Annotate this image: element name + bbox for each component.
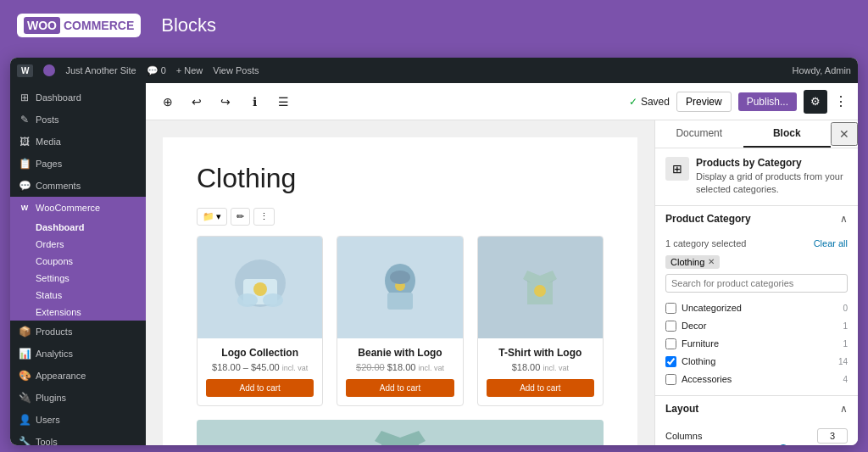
product-card-3: T-Shirt with Logo $18.00 incl. vat Add t…	[477, 236, 604, 406]
settings-button[interactable]: ⚙	[804, 90, 827, 114]
product-price-2: $20.00 $18.00 incl. vat	[346, 362, 453, 372]
app-header: WOO COMMERCE Blocks	[0, 0, 868, 51]
block-edit-button[interactable]: ✏	[231, 208, 250, 226]
category-item-decor: Decor 1	[665, 317, 848, 335]
close-icon: ✕	[839, 127, 849, 141]
sidebar-item-woo-settings[interactable]: Settings	[27, 270, 146, 287]
sidebar-item-coupons[interactable]: Coupons	[27, 253, 146, 270]
remove-clothing-tag-button[interactable]: ✕	[708, 257, 715, 266]
wp-admin-bar: W Just Another Site 💬 0 + New View Posts…	[10, 58, 858, 83]
columns-slider-thumb[interactable]	[778, 444, 788, 445]
sidebar-label-coupons: Coupons	[36, 256, 73, 266]
redo-button[interactable]: ↪	[214, 90, 237, 114]
product-svg-1	[222, 254, 298, 321]
woocommerce-menu-group: W WooCommerce Dashboard Orders Coupon	[10, 197, 146, 321]
sidebar-item-orders[interactable]: Orders	[27, 236, 146, 253]
check-icon: ✓	[629, 96, 637, 108]
sidebar-item-extensions[interactable]: Extensions	[27, 304, 146, 321]
selected-count-text: 1 category selected	[665, 238, 746, 248]
product-card-1: Logo Collection $18.00 – $45.00 incl. va…	[197, 236, 323, 406]
clothing-checkbox[interactable]	[665, 356, 676, 367]
sidebar-item-status[interactable]: Status	[27, 287, 146, 304]
category-item-clothing: Clothing 14	[665, 353, 848, 371]
saved-label: Saved	[641, 96, 670, 108]
comments-link[interactable]: 💬 0	[147, 65, 166, 76]
accessories-checkbox[interactable]	[665, 374, 676, 385]
saved-status: ✓ Saved	[629, 96, 670, 108]
price-suffix-3: incl. vat	[542, 364, 569, 372]
sidebar-item-comments[interactable]: 💬 Comments	[10, 175, 146, 197]
category-search-input[interactable]	[665, 274, 848, 293]
decor-checkbox[interactable]	[665, 321, 676, 332]
more-options-button[interactable]: ⋮	[834, 93, 848, 109]
sidebar-label-dashboard: Dashboard	[36, 92, 81, 103]
block-more-button[interactable]: ⋮	[253, 208, 275, 226]
product-image-3	[478, 237, 603, 338]
product-category-content: 1 category selected Clear all Clothing ✕	[655, 232, 858, 395]
product-card-2: Beanie with Logo $20.00 $18.00 incl. vat…	[337, 236, 463, 406]
product-category-header[interactable]: Product Category ∧	[655, 206, 858, 232]
close-panel-button[interactable]: ✕	[831, 122, 858, 146]
layout-header[interactable]: Layout ∧	[655, 396, 858, 421]
new-link[interactable]: + New	[176, 65, 203, 75]
browser-frame: W Just Another Site 💬 0 + New View Posts…	[10, 58, 858, 445]
add-to-cart-1[interactable]: Add to cart	[206, 379, 314, 397]
list-view-button[interactable]: ☰	[271, 90, 295, 114]
furniture-label: Furniture	[682, 338, 837, 349]
redo-icon: ↪	[220, 95, 231, 109]
undo-button[interactable]: ↩	[185, 90, 209, 114]
sidebar-item-dashboard[interactable]: ⊞ Dashboard	[10, 86, 146, 109]
sidebar-label-products: Products	[36, 326, 72, 337]
uncategorized-label: Uncategorized	[682, 303, 837, 313]
uncategorized-checkbox[interactable]	[665, 303, 676, 314]
price-sale-2: $18.00	[387, 362, 416, 372]
add-to-cart-3[interactable]: Add to cart	[487, 379, 594, 397]
dashboard-icon: ⊞	[19, 92, 31, 103]
accessories-label: Accessories	[682, 374, 837, 384]
folder-icon: 📁	[203, 211, 214, 222]
sidebar-item-posts[interactable]: ✎ Posts	[10, 109, 146, 131]
sidebar-item-products[interactable]: 📦 Products	[10, 321, 146, 343]
sidebar-item-woocommerce[interactable]: W WooCommerce	[10, 197, 146, 219]
product-svg-3	[502, 254, 578, 321]
block-inserter-button[interactable]: ⊕	[156, 90, 180, 114]
sidebar-menu: ⊞ Dashboard ✎ Posts 🖼 Media 📋 Pages	[10, 83, 146, 445]
sidebar-label-users: Users	[36, 415, 60, 425]
add-to-cart-2[interactable]: Add to cart	[346, 379, 453, 397]
right-panel-tabs: Document Block ✕	[655, 120, 858, 148]
site-name-link[interactable]: Just Another Site	[65, 65, 136, 75]
sidebar-item-plugins[interactable]: 🔌 Plugins	[10, 387, 146, 409]
sidebar-item-users[interactable]: 👤 Users	[10, 409, 146, 431]
commerce-text: COMMERCE	[64, 19, 134, 32]
publish-button[interactable]: Publish...	[738, 92, 797, 111]
clear-all-link[interactable]: Clear all	[814, 238, 848, 248]
sidebar-item-woo-dashboard[interactable]: Dashboard	[27, 219, 146, 236]
clothing-tag: Clothing ✕	[665, 255, 720, 269]
right-panel: Document Block ✕ ⊞ Prod	[654, 120, 858, 445]
editor-layout: ⊞ Dashboard ✎ Posts 🖼 Media 📋 Pages	[10, 83, 858, 445]
sidebar-item-tools[interactable]: 🔧 Tools	[10, 431, 146, 445]
sidebar-item-appearance[interactable]: 🎨 Appearance	[10, 365, 146, 387]
users-icon: 👤	[19, 414, 31, 426]
woocommerce-submenu: Dashboard Orders Coupons Settings	[10, 219, 146, 321]
price-range-1: $18.00 – $45.00	[212, 362, 280, 372]
category-count-row: 1 category selected Clear all	[665, 238, 848, 248]
svg-point-3	[237, 293, 258, 307]
toolbar-left: ⊕ ↩ ↪ ℹ ☰	[156, 90, 295, 114]
sidebar-item-media[interactable]: 🖼 Media	[10, 131, 146, 153]
sidebar-item-pages[interactable]: 📋 Pages	[10, 153, 146, 175]
layout-title: Layout	[665, 403, 698, 415]
block-toolbar: 📁 ▾ ✏ ⋮	[197, 208, 604, 226]
preview-button[interactable]: Preview	[676, 92, 732, 112]
tab-block[interactable]: Block	[743, 120, 832, 148]
undo-icon: ↩	[192, 95, 202, 109]
sidebar-label-appearance: Appearance	[36, 371, 86, 381]
block-type-button[interactable]: 📁 ▾	[197, 208, 227, 226]
sidebar-item-analytics[interactable]: 📊 Analytics	[10, 343, 146, 365]
tab-document[interactable]: Document	[655, 120, 743, 148]
block-info: ⊞ Products by Category Display a grid of…	[655, 148, 858, 206]
view-posts-link[interactable]: View Posts	[213, 65, 259, 75]
info-button[interactable]: ℹ	[242, 90, 266, 114]
furniture-checkbox[interactable]	[665, 338, 676, 349]
appearance-icon: 🎨	[19, 370, 31, 382]
